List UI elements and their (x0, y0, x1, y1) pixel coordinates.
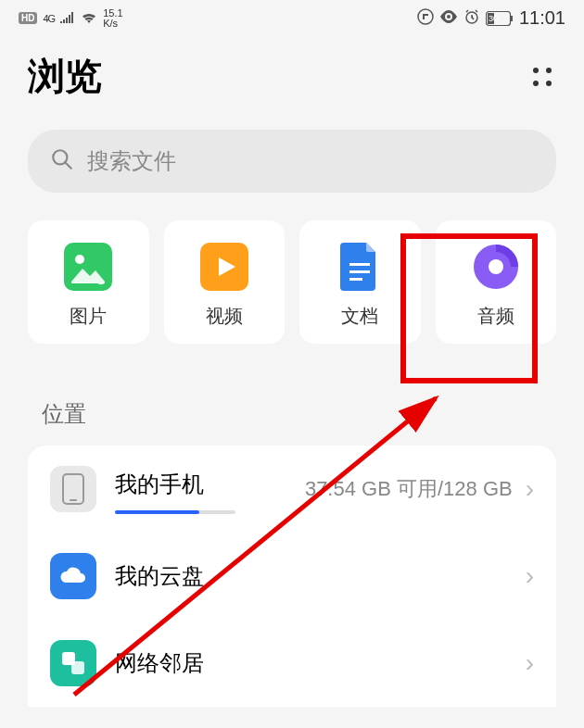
search-placeholder: 搜索文件 (87, 146, 176, 176)
search-icon (50, 147, 74, 175)
category-audio[interactable]: 音频 (436, 220, 557, 344)
page-header: 浏览 (0, 32, 584, 130)
storage-info: 37.54 GB 可用/128 GB (305, 475, 513, 503)
phone-icon (50, 466, 96, 512)
audio-icon (472, 243, 520, 291)
location-my-cloud[interactable]: 我的云盘 › (28, 533, 556, 620)
alarm-icon (463, 8, 480, 29)
hd-badge: HD (19, 12, 37, 24)
svg-rect-8 (64, 243, 112, 291)
category-images[interactable]: 图片 (28, 220, 149, 344)
images-icon (64, 243, 112, 291)
location-label: 网络邻居 (115, 648, 507, 678)
svg-point-0 (418, 9, 433, 24)
chevron-right-icon: › (526, 561, 534, 591)
svg-point-1 (447, 15, 451, 19)
more-menu-button[interactable] (528, 63, 556, 91)
status-bar: HD 4G 15.1K/s 30 11:01 (0, 0, 584, 32)
cast-icon (417, 8, 434, 29)
battery-icon: 30 (486, 11, 514, 26)
network-icon (50, 640, 96, 686)
signal-icon (60, 11, 75, 26)
svg-rect-13 (349, 278, 362, 281)
location-label: 我的手机 (115, 470, 292, 508)
locations-list: 我的手机 37.54 GB 可用/128 GB › 我的云盘 › 网络邻居 › (28, 446, 556, 707)
videos-icon (200, 243, 248, 291)
net-speed: 15.1K/s (103, 8, 122, 29)
category-grid: 图片 视频 文档 音频 (0, 220, 584, 381)
svg-rect-11 (349, 263, 370, 266)
svg-line-7 (65, 162, 71, 169)
location-network[interactable]: 网络邻居 › (28, 620, 556, 707)
section-header-location: 位置 (0, 381, 584, 446)
svg-rect-18 (70, 499, 77, 501)
search-input[interactable]: 搜索文件 (28, 130, 556, 193)
docs-icon (336, 243, 384, 291)
svg-rect-20 (71, 661, 84, 674)
svg-rect-4 (511, 16, 513, 21)
chevron-right-icon: › (526, 648, 534, 678)
category-label: 视频 (206, 304, 243, 329)
svg-point-9 (75, 255, 84, 264)
category-label: 音频 (477, 304, 514, 329)
storage-progress (115, 510, 235, 514)
location-my-phone[interactable]: 我的手机 37.54 GB 可用/128 GB › (28, 446, 556, 533)
category-videos[interactable]: 视频 (164, 220, 286, 344)
svg-point-15 (489, 259, 503, 274)
clock-time: 11:01 (519, 7, 565, 29)
page-title: 浏览 (28, 51, 102, 102)
category-label: 文档 (341, 304, 378, 329)
category-docs[interactable]: 文档 (299, 220, 421, 344)
chevron-right-icon: › (526, 474, 534, 504)
location-label: 我的云盘 (115, 561, 507, 591)
svg-rect-12 (349, 270, 370, 273)
network-type: 4G (43, 13, 55, 24)
eye-icon (439, 10, 458, 27)
category-label: 图片 (70, 304, 107, 329)
wifi-icon (81, 10, 97, 26)
cloud-icon (50, 553, 96, 599)
